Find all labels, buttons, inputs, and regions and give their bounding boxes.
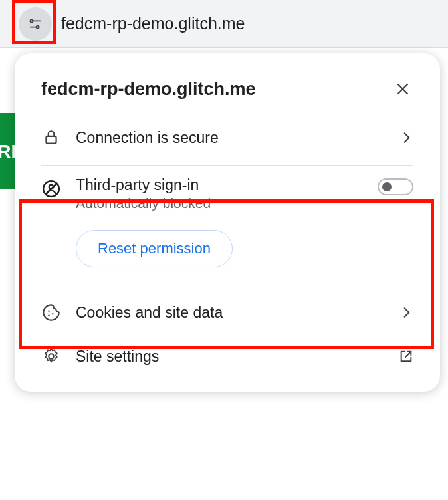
- person-blocked-icon: [41, 179, 61, 199]
- cookie-icon: [41, 303, 61, 322]
- chevron-right-icon: [400, 306, 413, 319]
- divider: [41, 285, 413, 285]
- site-settings-row[interactable]: Site settings: [31, 334, 424, 378]
- svg-point-11: [52, 313, 54, 315]
- cookies-row[interactable]: Cookies and site data: [31, 291, 424, 334]
- divider: [41, 165, 413, 166]
- svg-point-2: [37, 25, 39, 28]
- third-party-title: Third-party sign-in: [76, 176, 363, 194]
- site-info-button[interactable]: [19, 7, 52, 41]
- reset-permission-button[interactable]: Reset permission: [76, 230, 233, 267]
- chevron-right-icon: [400, 131, 413, 144]
- address-bar: fedcm-rp-demo.glitch.me: [0, 0, 448, 48]
- connection-label: Connection is secure: [76, 129, 386, 147]
- external-link-icon: [399, 349, 413, 364]
- toggle-knob: [382, 182, 392, 191]
- svg-point-12: [48, 314, 50, 316]
- cookies-label: Cookies and site data: [76, 304, 386, 322]
- site-info-popup: fedcm-rp-demo.glitch.me Connection is se…: [15, 53, 440, 392]
- close-button[interactable]: [392, 78, 413, 100]
- tune-icon: [28, 17, 43, 31]
- gear-icon: [41, 346, 61, 366]
- svg-point-0: [30, 19, 33, 22]
- svg-line-14: [405, 352, 411, 357]
- third-party-subtitle: Automatically blocked: [76, 195, 363, 211]
- popup-title: fedcm-rp-demo.glitch.me: [41, 79, 256, 100]
- third-party-toggle[interactable]: [378, 178, 413, 195]
- third-party-signin-section: Third-party sign-in Automatically blocke…: [31, 171, 424, 279]
- url-text[interactable]: fedcm-rp-demo.glitch.me: [61, 14, 245, 33]
- popup-header: fedcm-rp-demo.glitch.me: [31, 70, 424, 116]
- svg-point-13: [49, 354, 53, 358]
- site-settings-label: Site settings: [76, 348, 384, 366]
- svg-point-10: [48, 310, 50, 312]
- lock-icon: [41, 128, 61, 148]
- svg-rect-6: [46, 136, 56, 144]
- connection-row[interactable]: Connection is secure: [31, 116, 424, 160]
- close-icon: [395, 81, 411, 97]
